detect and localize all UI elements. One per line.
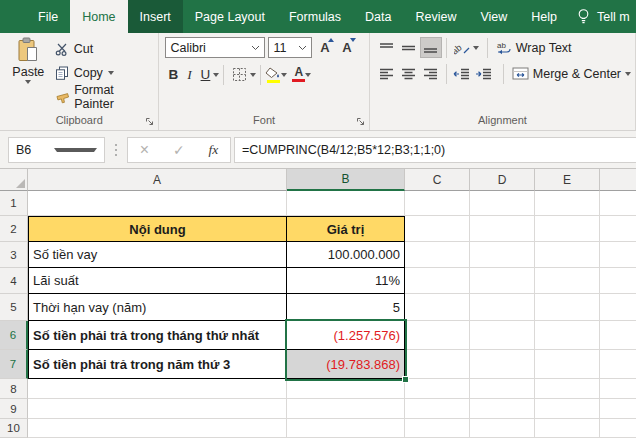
align-left-button[interactable]: [376, 63, 398, 84]
cell-e9[interactable]: [535, 399, 600, 419]
row-header-9[interactable]: 9: [0, 399, 28, 419]
cell-b7-selected[interactable]: (19.783.868): [287, 350, 405, 379]
cell-f4[interactable]: [600, 268, 636, 294]
cell-e7[interactable]: [535, 350, 600, 379]
cell-e3[interactable]: [535, 242, 600, 268]
enter-icon[interactable]: ✓: [173, 142, 185, 158]
tab-insert[interactable]: Insert: [128, 0, 183, 33]
cancel-icon[interactable]: ×: [140, 141, 149, 159]
font-dialog-launcher-icon[interactable]: [356, 117, 365, 126]
borders-dropdown-arrow[interactable]: [250, 73, 256, 77]
cell-e5[interactable]: [535, 294, 600, 321]
cell-c3[interactable]: [405, 242, 470, 268]
tab-page-layout[interactable]: Page Layout: [183, 0, 277, 33]
cell-c9[interactable]: [405, 399, 470, 419]
cell-a10[interactable]: [28, 419, 287, 438]
orientation-dropdown-arrow[interactable]: [473, 46, 479, 50]
cell-d10[interactable]: [470, 419, 535, 438]
cell-b8[interactable]: [287, 379, 405, 399]
tab-data[interactable]: Data: [353, 0, 403, 33]
row-header-5[interactable]: 5: [0, 294, 28, 321]
merge-center-button[interactable]: Merge & Center: [512, 67, 631, 81]
cell-f8[interactable]: [600, 379, 636, 399]
cell-c1[interactable]: [405, 191, 470, 216]
cut-button[interactable]: Cut: [55, 37, 155, 61]
cell-f9[interactable]: [600, 399, 636, 419]
row-header-2[interactable]: 2: [0, 216, 28, 242]
fill-color-button[interactable]: [265, 67, 281, 83]
column-header-d[interactable]: D: [470, 169, 535, 191]
cell-d4[interactable]: [470, 268, 535, 294]
paste-button[interactable]: Paste: [6, 37, 51, 112]
column-header-partial[interactable]: [600, 169, 636, 191]
cell-b1[interactable]: [287, 191, 405, 216]
tab-view[interactable]: View: [468, 0, 519, 33]
cell-d8[interactable]: [470, 379, 535, 399]
align-middle-button[interactable]: [398, 37, 420, 58]
row-header-6[interactable]: 6: [0, 321, 28, 350]
cell-c4[interactable]: [405, 268, 470, 294]
row-header-7[interactable]: 7: [0, 350, 28, 379]
select-all-corner[interactable]: [0, 169, 28, 191]
tab-home[interactable]: Home: [70, 0, 127, 33]
cell-a7[interactable]: Số tiền phải trả trong năm thứ 3: [28, 350, 287, 379]
align-bottom-button[interactable]: [420, 37, 442, 58]
cell-a5[interactable]: Thời hạn vay (năm): [28, 294, 287, 321]
cell-b2[interactable]: Giá trị: [287, 216, 405, 242]
cell-f2[interactable]: [600, 216, 636, 242]
cell-a2[interactable]: Nội dung: [28, 216, 287, 242]
cell-d7[interactable]: [470, 350, 535, 379]
underline-button[interactable]: U: [197, 67, 213, 82]
fill-color-dropdown-arrow[interactable]: [281, 73, 287, 77]
cell-b10[interactable]: [287, 419, 405, 438]
column-header-a[interactable]: A: [28, 169, 287, 191]
borders-button[interactable]: [228, 64, 250, 85]
copy-dropdown-arrow[interactable]: [108, 71, 114, 75]
cell-f6[interactable]: [600, 321, 636, 350]
tab-review[interactable]: Review: [403, 0, 468, 33]
row-header-1[interactable]: 1: [0, 191, 28, 216]
cell-b4[interactable]: 11%: [287, 268, 405, 294]
row-header-10[interactable]: 10: [0, 419, 28, 438]
cell-e10[interactable]: [535, 419, 600, 438]
align-top-button[interactable]: [376, 37, 398, 58]
cell-d2[interactable]: [470, 216, 535, 242]
wrap-text-button[interactable]: ab Wrap Text: [496, 41, 572, 55]
underline-dropdown-arrow[interactable]: [213, 73, 219, 77]
italic-button[interactable]: I: [181, 67, 197, 83]
cell-a8[interactable]: [28, 379, 287, 399]
increase-indent-button[interactable]: [473, 63, 495, 84]
cell-d1[interactable]: [470, 191, 535, 216]
cell-c5[interactable]: [405, 294, 470, 321]
cell-c2[interactable]: [405, 216, 470, 242]
cell-d6[interactable]: [470, 321, 535, 350]
font-name-select[interactable]: Calibri: [165, 37, 265, 58]
cell-a4[interactable]: Lãi suất: [28, 268, 287, 294]
cell-d3[interactable]: [470, 242, 535, 268]
cell-d5[interactable]: [470, 294, 535, 321]
name-box-dropdown-arrow[interactable]: [54, 148, 98, 152]
cell-c6[interactable]: [405, 321, 470, 350]
cell-f5[interactable]: [600, 294, 636, 321]
cell-b3[interactable]: 100.000.000: [287, 242, 405, 268]
clipboard-dialog-launcher-icon[interactable]: [145, 117, 154, 126]
cell-a9[interactable]: [28, 399, 287, 419]
row-header-4[interactable]: 4: [0, 268, 28, 294]
formula-bar-grip[interactable]: [105, 144, 127, 156]
font-color-dropdown-arrow[interactable]: [305, 73, 311, 77]
tell-me-box[interactable]: Tell m: [577, 0, 630, 33]
row-header-3[interactable]: 3: [0, 242, 28, 268]
cell-a6[interactable]: Số tiền phải trả trong tháng thứ nhất: [28, 321, 287, 350]
orientation-button[interactable]: ab: [451, 37, 473, 58]
cell-b6-active[interactable]: (1.257.576): [287, 321, 405, 350]
cell-e1[interactable]: [535, 191, 600, 216]
row-header-8[interactable]: 8: [0, 379, 28, 399]
cell-f3[interactable]: [600, 242, 636, 268]
cell-d9[interactable]: [470, 399, 535, 419]
align-right-button[interactable]: [420, 63, 442, 84]
cell-c8[interactable]: [405, 379, 470, 399]
cell-f10[interactable]: [600, 419, 636, 438]
cell-f1[interactable]: [600, 191, 636, 216]
cell-f7[interactable]: [600, 350, 636, 379]
align-center-button[interactable]: [398, 63, 420, 84]
